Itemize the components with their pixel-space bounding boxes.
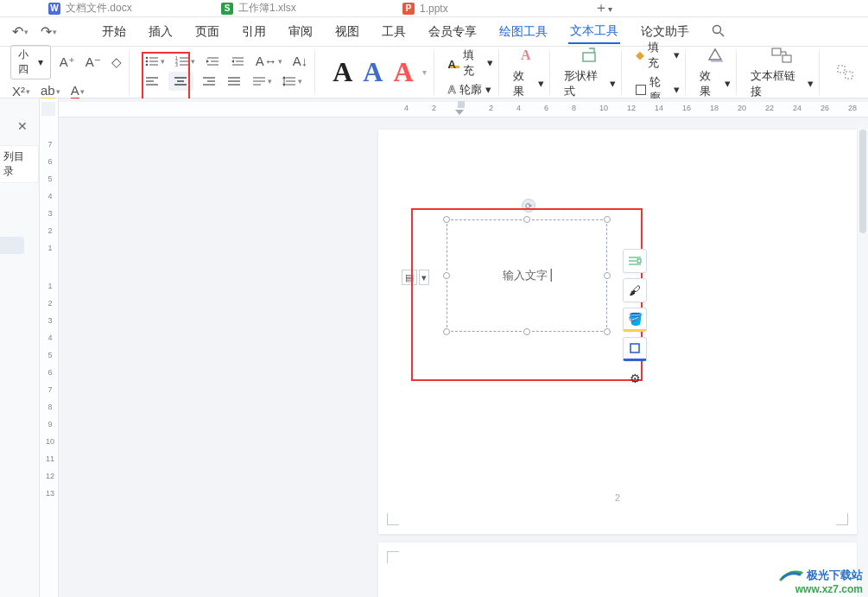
tab-ppt[interactable]: P 1.pptx: [397, 0, 570, 17]
extra-group-icon[interactable]: [833, 63, 858, 82]
menu-review[interactable]: 审阅: [287, 21, 314, 43]
vertical-scrollbar[interactable]: [858, 121, 868, 597]
page-number: 2: [615, 492, 620, 503]
ruler-v-mark: 1: [43, 244, 57, 252]
resize-handle-bl[interactable]: [443, 328, 450, 335]
text-outline-button[interactable]: A轮廓▾: [448, 82, 491, 98]
resize-handle-b[interactable]: [523, 328, 530, 335]
resize-handle-r[interactable]: [604, 272, 611, 279]
wordart-more[interactable]: ▾: [421, 67, 428, 77]
new-tab-button[interactable]: ＋▾: [587, 0, 619, 17]
svg-point-0: [713, 25, 721, 33]
menu-insert[interactable]: 插入: [147, 21, 174, 43]
scrollbar-thumb[interactable]: [859, 130, 866, 233]
wordart-style-2[interactable]: A: [359, 56, 386, 88]
float-tool-brush[interactable]: 🖌: [623, 278, 647, 302]
wordart-style-3[interactable]: A: [390, 56, 416, 88]
increase-indent-button[interactable]: [229, 55, 247, 67]
ruler-v-mark: 6: [43, 368, 57, 377]
increase-font-button[interactable]: A⁺: [58, 54, 77, 70]
menu-reference[interactable]: 引用: [240, 21, 268, 43]
line-spacing-button[interactable]: ▾: [281, 75, 304, 87]
distribute-button[interactable]: ▾: [250, 75, 274, 87]
tab-doc[interactable]: W 文档文件.docx: [43, 0, 216, 17]
shape-effect-icon[interactable]: [704, 46, 726, 65]
menu-tools[interactable]: 工具: [380, 21, 408, 43]
svg-point-6: [145, 63, 148, 66]
ruler-v-mark: 13: [43, 489, 57, 498]
numbering-button[interactable]: 123▾: [174, 55, 197, 67]
decrease-indent-button[interactable]: [204, 55, 222, 67]
menu-text-tools[interactable]: 文本工具: [568, 20, 620, 44]
clear-format-button[interactable]: ◇: [110, 54, 124, 70]
font-color-button[interactable]: A▾: [69, 83, 86, 100]
menu-page[interactable]: 页面: [193, 21, 221, 43]
menu-search[interactable]: [710, 21, 726, 43]
redo-button[interactable]: ↷▾: [39, 23, 59, 40]
float-tool-more[interactable]: ⚙: [623, 366, 647, 391]
svg-text:A: A: [521, 48, 531, 62]
shape-effect-button[interactable]: 效果▾: [700, 68, 731, 99]
ruler-v-mark: 2: [43, 226, 57, 235]
svg-point-2: [145, 56, 148, 59]
resize-handle-tr[interactable]: [604, 216, 611, 223]
ruler-v-mark: 9: [43, 420, 57, 429]
rotate-handle[interactable]: ⟳: [522, 199, 535, 213]
menu-view[interactable]: 视图: [333, 21, 361, 43]
layout-options-dropdown[interactable]: ▾: [419, 270, 429, 285]
resize-handle-br[interactable]: [604, 328, 611, 335]
sort-button[interactable]: A↓: [291, 54, 310, 68]
align-justify-button[interactable]: [225, 75, 244, 87]
shape-style-icon[interactable]: [579, 46, 601, 65]
text-fill-button[interactable]: A填充▾: [448, 48, 494, 79]
menu-draw-tools[interactable]: 绘图工具: [497, 21, 549, 43]
float-tool-fill[interactable]: 🪣: [623, 308, 647, 332]
document-area[interactable]: 42246810121416182022242628 2 ⟳ 输入文字 ▤ ▾: [59, 98, 868, 597]
text-effect-group: A 效果▾: [508, 50, 550, 95]
watermark-title: 极光下载站: [807, 568, 863, 583]
align-left-button[interactable]: [143, 75, 162, 87]
textbox-placeholder[interactable]: 输入文字: [503, 268, 552, 283]
page-corner-bl: [387, 513, 399, 525]
shape-style-button[interactable]: 形状样式▾: [564, 68, 617, 99]
font-size-select[interactable]: 小四▾: [10, 45, 51, 79]
selected-textbox[interactable]: 输入文字: [447, 219, 607, 332]
ruler-h-mark: 2: [489, 104, 493, 112]
tab-xls-label: 工作簿1.xlsx: [238, 1, 296, 16]
align-center-button[interactable]: [168, 72, 193, 91]
page2-corner-tl: [387, 551, 399, 563]
toc-button[interactable]: 列目录: [0, 145, 39, 183]
ruler-v-mark: 10: [43, 437, 57, 446]
align-right-button[interactable]: [200, 75, 219, 87]
textbox-link-group: 文本框链接▾: [745, 50, 820, 95]
close-panel-button[interactable]: ✕: [17, 119, 28, 133]
wordart-style-1[interactable]: A: [329, 56, 356, 88]
extra-group: [828, 50, 863, 95]
float-tool-outline[interactable]: [623, 337, 647, 361]
textbox-link-icon[interactable]: [769, 46, 795, 65]
left-panel-selection[interactable]: [0, 237, 24, 254]
decrease-font-button[interactable]: A⁻: [84, 54, 103, 70]
ruler-v-mark: 3: [43, 316, 57, 325]
page-canvas[interactable]: 2: [378, 130, 857, 534]
text-effect-button[interactable]: 效果▾: [513, 68, 544, 99]
float-tool-layout[interactable]: [623, 249, 647, 273]
layout-options-button[interactable]: ▤: [402, 270, 417, 285]
shape-fill-button[interactable]: ◆填充▾: [636, 40, 680, 71]
tab-ppt-label: 1.pptx: [420, 3, 448, 15]
ribbon-toolbar: 小四▾ A⁺ A⁻ ◇ X²▾ ab▾ A▾ ▾ 123▾ A↔▾ A↓ ▾ ▾: [0, 47, 868, 98]
resize-handle-t[interactable]: [523, 216, 530, 223]
textbox-link-button[interactable]: 文本框链接▾: [751, 68, 814, 99]
svg-rect-43: [583, 53, 595, 61]
menu-start[interactable]: 开始: [100, 21, 128, 43]
highlight-button[interactable]: ab▾: [39, 83, 62, 100]
resize-handle-l[interactable]: [443, 272, 450, 279]
undo-button[interactable]: ↶▾: [10, 23, 30, 40]
bullets-button[interactable]: ▾: [143, 55, 167, 67]
char-scale-button[interactable]: A↔▾: [254, 54, 284, 68]
menu-member[interactable]: 会员专享: [427, 21, 478, 43]
resize-handle-tl[interactable]: [443, 216, 450, 223]
text-effect-icon[interactable]: A: [517, 46, 540, 65]
superscript-button[interactable]: X²▾: [10, 84, 32, 98]
tab-xls[interactable]: S 工作簿1.xlsx: [216, 0, 397, 17]
